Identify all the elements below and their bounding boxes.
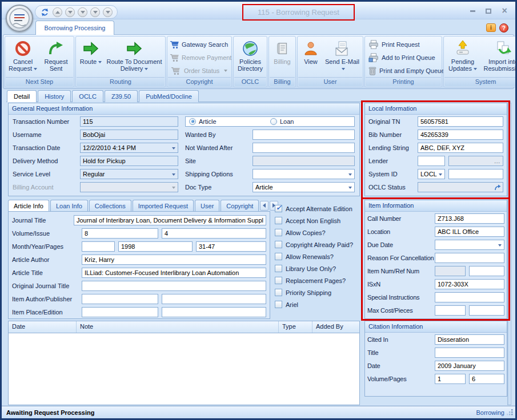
view-user-button[interactable]: View [299, 38, 323, 65]
doc-type-combo[interactable]: Article [253, 182, 355, 192]
item-place-field[interactable] [82, 307, 158, 317]
tab-detail[interactable]: Detail [7, 90, 37, 102]
cancel-request-button[interactable]: Cancel Request [6, 38, 39, 72]
remove-payment-button[interactable]: Remove Payment [169, 51, 230, 64]
print-and-empty-queue-button[interactable]: Print and Empty Queue [366, 64, 440, 77]
service-level-combo[interactable]: Regular [80, 169, 178, 179]
tab-history[interactable]: History [38, 90, 71, 102]
tab-collections[interactable]: Collections [89, 200, 131, 211]
column-header-type[interactable]: Type [279, 321, 312, 333]
system-id-combo[interactable]: LOCL [418, 169, 445, 179]
tab-copyright[interactable]: Copyright [221, 200, 259, 211]
tab-user[interactable]: User [195, 200, 219, 211]
item-num-field[interactable] [435, 266, 466, 276]
order-status-button[interactable]: Order Status [169, 64, 230, 77]
article-author-field[interactable]: Kriz, Harry [82, 255, 266, 265]
checkbox-accept-alternate-edition[interactable]: Accept Alternate Edition [275, 203, 362, 215]
nav-down-button[interactable] [65, 7, 75, 17]
column-header-added-by[interactable]: Added By [312, 321, 359, 333]
billing-button[interactable]: Billing [270, 38, 294, 65]
ref-num-field[interactable] [469, 266, 504, 276]
checkbox-library-use-only[interactable]: Library Use Only? [275, 262, 362, 274]
citation-title-field[interactable] [435, 348, 504, 358]
lender-field[interactable] [418, 156, 445, 166]
cited-in-field[interactable]: Disseration [435, 334, 504, 345]
journal-title-field[interactable]: Journal of Interibrary Loan, Document De… [74, 215, 266, 225]
gateway-search-button[interactable]: Gateway Search [169, 38, 230, 51]
delivery-method-field[interactable]: Hold for Pickup [80, 156, 178, 166]
tab-loan-info[interactable]: Loan Info [50, 200, 88, 211]
tab-z3950[interactable]: Z39.50 [105, 90, 138, 102]
checkbox-accept-non-english[interactable]: Accept Non English [275, 215, 362, 227]
checkbox-ariel[interactable]: Ariel [275, 298, 362, 310]
tab-oclc[interactable]: OCLC [72, 90, 103, 102]
lending-string-field[interactable]: ABC, DEF, XYZ [418, 143, 503, 153]
route-to-document-delivery-button[interactable]: Route To Document Delivery [105, 38, 164, 72]
route-button[interactable]: Route [77, 38, 105, 65]
checkbox-allow-copies[interactable]: Allow Copies? [275, 227, 362, 239]
request-sent-button[interactable]: Request Sent [39, 38, 73, 72]
notification-bubble-icon[interactable]: i [486, 23, 496, 32]
tab-article-info[interactable]: Article Info [8, 200, 49, 211]
ellipsis-button[interactable] [494, 156, 500, 165]
subtab-scroll-left-button[interactable] [260, 201, 268, 211]
transaction-date-combo[interactable]: 12/2/2010 4:14 PM [80, 143, 178, 153]
nav-up-button[interactable] [53, 7, 62, 17]
year-field[interactable]: 1998 [118, 241, 193, 252]
scrollbar[interactable] [507, 103, 511, 405]
username-field[interactable]: BobOjai [80, 130, 178, 140]
pieces-field[interactable] [469, 305, 504, 316]
add-to-print-queue-button[interactable]: Add to Print Queue [366, 51, 440, 64]
reason-for-cancellation-field[interactable] [435, 253, 504, 263]
isxn-field[interactable]: 1072-303X [435, 279, 504, 289]
issue-field[interactable]: 4 [162, 228, 266, 239]
nav-down-button[interactable] [78, 7, 87, 17]
location-field[interactable]: ABC ILL Office [435, 227, 504, 237]
checkbox-replacement-pages[interactable]: Replacement Pages? [275, 274, 362, 286]
pending-updates-button[interactable]: Pending Updates [445, 38, 480, 72]
application-menu-button[interactable] [6, 5, 33, 32]
month-field[interactable] [82, 241, 115, 252]
maximize-button[interactable] [484, 7, 492, 15]
checkbox-copyright-already-paid[interactable]: Copyright Already Paid? [275, 239, 362, 251]
original-journal-title-field[interactable] [82, 281, 266, 291]
system-id-value-field[interactable] [448, 169, 503, 179]
pages-field[interactable]: 31-47 [196, 241, 266, 252]
checkbox-priority-shipping[interactable]: Priority Shipping [275, 286, 362, 298]
close-button[interactable] [500, 7, 508, 15]
site-field[interactable] [253, 156, 355, 166]
column-header-note[interactable]: Note [77, 321, 279, 333]
oclc-status-field[interactable] [418, 182, 503, 192]
special-instructions-field[interactable] [435, 292, 504, 302]
citation-volume-field[interactable]: 1 [435, 374, 466, 384]
volume-field[interactable]: 8 [82, 228, 158, 239]
bib-number-field[interactable]: 45265339 [418, 130, 503, 140]
billing-account-combo[interactable] [80, 182, 178, 192]
wanted-by-field[interactable] [253, 130, 355, 140]
tab-borrowing-processing[interactable]: Borrowing Processing [35, 21, 114, 35]
oclc-status-refresh-icon[interactable] [494, 184, 501, 192]
column-header-date[interactable]: Date [9, 321, 77, 333]
radio-article[interactable]: Article [186, 118, 267, 125]
send-email-button[interactable]: Send E-Mail [323, 38, 362, 72]
help-icon[interactable]: ? [499, 23, 508, 33]
lender-lookup-field[interactable] [448, 156, 503, 166]
item-author-field[interactable] [82, 294, 158, 304]
tab-imported-request[interactable]: Imported Request [133, 200, 194, 211]
citation-date-field[interactable]: 2009 January [435, 361, 504, 371]
item-edition-field[interactable] [162, 307, 266, 317]
nav-down-button[interactable] [90, 7, 100, 17]
import-into-resubmission-button[interactable]: Import into Resubmission [480, 38, 517, 72]
max-cost-field[interactable] [435, 305, 466, 316]
checkbox-allow-renewals[interactable]: Allow Renewals? [275, 251, 362, 262]
print-request-button[interactable]: Print Request [366, 38, 440, 51]
tab-pubmed-docline[interactable]: PubMed/Docline [139, 90, 199, 102]
shipping-options-combo[interactable] [253, 169, 355, 179]
article-title-field[interactable]: ILLiad: Customer-Focused Interlibrary Lo… [82, 268, 266, 278]
radio-loan[interactable]: Loan [267, 118, 348, 125]
due-date-combo[interactable] [435, 240, 504, 250]
call-number-field[interactable]: Z713.J68 [435, 213, 504, 224]
minimize-button[interactable] [468, 7, 476, 15]
notes-table-body[interactable] [9, 333, 359, 405]
resize-grip-icon[interactable] [507, 409, 513, 415]
